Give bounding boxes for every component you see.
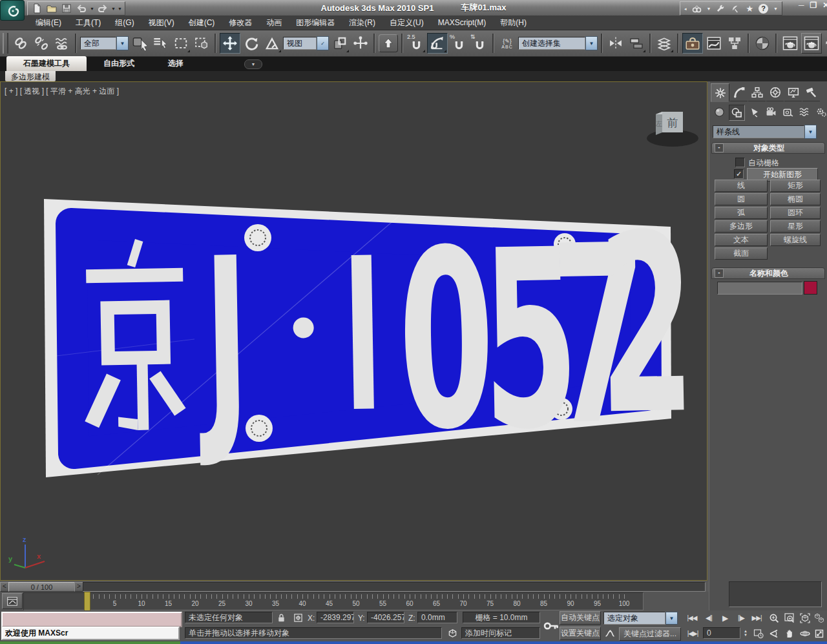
search-history-caret[interactable]: ◂ [684, 6, 687, 11]
start-new-shape-checkbox[interactable]: ✓ [734, 169, 744, 179]
category-spacewarps-button[interactable] [797, 105, 812, 119]
category-geometry-button[interactable] [712, 105, 727, 119]
graphite-modeling-toggle-button[interactable] [682, 33, 703, 54]
set-keys-key-icon[interactable] [543, 613, 560, 639]
curve-editor-button[interactable] [704, 34, 724, 53]
select-by-name-button[interactable] [151, 34, 170, 53]
previous-frame-button[interactable]: < [0, 582, 9, 592]
snaps-toggle-button[interactable]: 2.5 [406, 34, 426, 53]
maximize-viewport-toggle-icon[interactable] [813, 627, 826, 639]
menu-item[interactable]: 编辑(E) [28, 16, 68, 30]
category-lights-button[interactable] [747, 105, 762, 119]
spinner-snap-toggle-button[interactable]: ⇅ [470, 34, 489, 53]
field-of-view-icon[interactable] [768, 627, 780, 639]
menu-item[interactable]: 图形编辑器 [289, 16, 342, 30]
object-type-button[interactable]: 弧 [715, 207, 768, 219]
key-mode-toggle-button[interactable]: |◀▶| [685, 627, 700, 639]
edit-named-selection-sets-button[interactable]: {✎}ABC [497, 34, 517, 53]
next-frame-button[interactable]: > [74, 582, 83, 592]
window-crossing-toggle-button[interactable] [192, 34, 211, 53]
bind-to-spacewarp-button[interactable] [52, 34, 72, 53]
category-cameras-button[interactable] [764, 105, 779, 119]
polygon-modeling-panel-tab[interactable]: 多边形建模 [5, 71, 56, 81]
mirror-button[interactable] [606, 34, 625, 53]
pan-hand-icon[interactable] [783, 627, 796, 639]
object-type-button[interactable]: 多边形 [715, 220, 768, 233]
close-button[interactable]: ✕ [822, 1, 827, 10]
help-dropdown-caret[interactable]: ▼ [773, 6, 778, 11]
angle-snap-toggle-button[interactable] [427, 33, 448, 54]
tab-motion[interactable] [766, 83, 784, 101]
spinner-down-icon[interactable]: ▼ [744, 633, 748, 637]
object-name-input[interactable] [717, 282, 802, 295]
current-frame-field[interactable]: 0 [703, 627, 740, 639]
ribbon-minimize-caret[interactable]: ▼ [244, 59, 262, 69]
new-file-button[interactable] [30, 3, 43, 14]
use-pivot-center-button[interactable] [330, 34, 350, 53]
time-slider-track[interactable] [83, 582, 706, 592]
perspective-viewport[interactable]: [ + ] [ 透视 ] [ 平滑 + 高光 + 边面 ] [0, 81, 707, 581]
add-time-tag-field[interactable]: 添加时间标记 [461, 627, 540, 639]
undo-dropdown-caret[interactable]: ▼ [90, 6, 94, 11]
object-type-button[interactable]: 文本 [715, 234, 768, 246]
named-selection-sets-caret-icon[interactable]: ▼ [585, 36, 598, 50]
help-icon[interactable]: ? [759, 4, 768, 14]
select-object-button[interactable] [130, 34, 149, 53]
go-to-end-button[interactable]: ▶▶| [749, 612, 764, 624]
mini-curve-editor-button[interactable] [2, 593, 23, 609]
play-button[interactable]: ▶ [718, 612, 731, 624]
rollout-collapse-icon[interactable]: - [715, 269, 724, 278]
object-type-button[interactable]: 螺旋线 [770, 234, 821, 246]
selection-filter-caret-icon[interactable]: ▼ [116, 36, 129, 50]
object-type-button[interactable]: 星形 [770, 220, 821, 233]
selection-lock-icon[interactable] [274, 612, 288, 624]
object-color-swatch[interactable] [804, 281, 817, 295]
layer-manager-button[interactable] [654, 34, 674, 53]
communication-center-icon[interactable] [731, 4, 740, 14]
autogrid-checkbox[interactable] [735, 158, 745, 167]
tab-display[interactable] [784, 83, 802, 101]
tab-modify[interactable] [730, 83, 748, 101]
key-default-dropdown[interactable]: 选定对象 ▼ [603, 612, 678, 625]
render-setup-button[interactable] [780, 34, 800, 53]
next-key-button[interactable]: ||▶ [734, 612, 748, 624]
select-and-rotate-button[interactable] [242, 34, 261, 53]
minimize-button[interactable]: ─ [799, 1, 804, 10]
shape-category-dropdown[interactable]: 样条线 ▼ [713, 125, 817, 138]
category-helpers-button[interactable] [780, 105, 795, 119]
menu-item[interactable]: 自定义(U) [382, 16, 431, 30]
auto-key-button[interactable]: 自动关键点 [560, 612, 601, 624]
tab-utilities[interactable] [802, 83, 820, 101]
redo-dropdown-caret[interactable]: ▼ [111, 6, 116, 11]
frame-spinner[interactable]: ▲▼ [742, 627, 749, 639]
percent-snap-toggle-button[interactable]: % [449, 34, 468, 53]
name-color-rollout-header[interactable]: - 名称和颜色 [711, 267, 825, 279]
schematic-view-button[interactable] [725, 34, 744, 53]
select-and-manipulate-button[interactable] [351, 34, 370, 53]
app-logo-button[interactable] [0, 0, 25, 21]
search-icon[interactable] [692, 4, 702, 14]
object-type-rollout-header[interactable]: - 对象类型 [711, 142, 825, 154]
rollout-collapse-icon[interactable]: - [715, 143, 724, 152]
zoom-extents-icon[interactable] [799, 612, 811, 624]
open-file-button[interactable] [45, 3, 58, 14]
select-and-move-button[interactable] [220, 33, 240, 54]
object-type-button[interactable]: 线 [715, 180, 768, 192]
maxscript-listener-pink-field[interactable] [1, 612, 182, 627]
save-file-button[interactable] [60, 3, 73, 14]
go-to-start-button[interactable]: |◀◀ [685, 612, 699, 624]
object-type-button[interactable]: 矩形 [770, 180, 821, 192]
category-shapes-button[interactable] [729, 105, 745, 121]
rectangular-selection-region-button[interactable] [171, 34, 191, 53]
menu-item[interactable]: 创建(C) [182, 16, 222, 30]
menu-item[interactable]: MAXScript(M) [431, 16, 494, 29]
license-plate-model[interactable]: J 0 5 7 2 [44, 182, 697, 491]
time-slider-handle[interactable]: 0 / 100 [8, 582, 75, 592]
category-systems-button[interactable] [814, 105, 827, 119]
maxscript-listener-white-field[interactable]: 欢迎使用 MAXScr [1, 627, 180, 640]
default-tangent-curve-icon[interactable] [603, 627, 616, 639]
unlink-selection-button[interactable] [32, 34, 51, 53]
selection-filter-dropdown[interactable]: 全部 ▼ [80, 37, 129, 50]
set-key-button[interactable]: 设置关键点 [560, 627, 601, 639]
key-default-caret-icon[interactable]: ▼ [665, 612, 678, 625]
